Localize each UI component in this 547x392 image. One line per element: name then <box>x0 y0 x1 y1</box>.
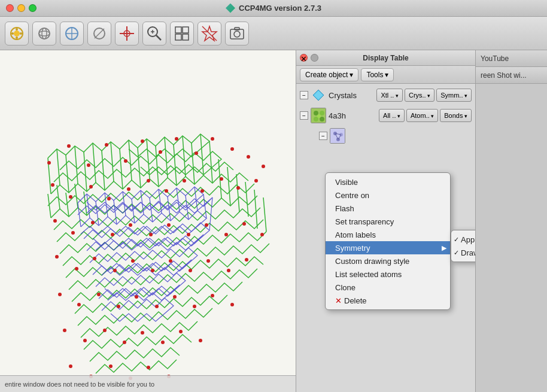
extra-tool[interactable] <box>197 22 221 45</box>
delete-icon: ✕ <box>335 296 342 305</box>
menu-item-centre-on[interactable]: Centre on <box>326 189 450 202</box>
maximize-button[interactable] <box>29 4 37 12</box>
menu-item-symmetry[interactable]: Symmetry ▶ <box>326 241 450 254</box>
svg-point-89 <box>262 165 265 168</box>
svg-point-4 <box>11 32 14 35</box>
tools-button[interactable]: Tools ▾ <box>361 68 394 81</box>
custom-drawing-label: Custom drawing style <box>335 257 409 266</box>
svg-point-3 <box>16 37 18 39</box>
molecule-canvas <box>0 50 296 392</box>
all-button[interactable]: All .. <box>379 109 405 122</box>
svg-point-98 <box>200 189 204 193</box>
svg-point-81 <box>124 159 127 163</box>
minimize-button[interactable] <box>17 4 25 12</box>
expand-4a3h[interactable]: − <box>300 111 308 120</box>
svg-rect-30 <box>0 50 296 392</box>
svg-point-139 <box>141 331 144 335</box>
svg-point-154 <box>314 117 318 121</box>
menu-item-flash[interactable]: Flash <box>326 202 450 215</box>
camera-tool[interactable] <box>225 22 249 45</box>
svg-point-106 <box>129 223 132 227</box>
svg-point-125 <box>58 293 62 296</box>
menu-item-custom-drawing[interactable]: Custom drawing style <box>326 254 450 268</box>
navigate-tool[interactable] <box>5 22 29 45</box>
apply-symmetry-label: Apply symmetry <box>461 235 475 244</box>
main-toolbar <box>0 17 547 50</box>
svg-point-145 <box>109 364 113 368</box>
panel-window-buttons: ✕ <box>300 54 318 62</box>
svg-point-101 <box>254 179 258 183</box>
svg-point-77 <box>47 161 51 165</box>
symm-button[interactable]: Symm.. <box>436 89 472 102</box>
menu-item-set-transparency[interactable]: Set transparency <box>326 215 450 228</box>
svg-point-123 <box>227 269 230 272</box>
svg-point-88 <box>247 155 250 159</box>
select-tool[interactable] <box>60 22 84 45</box>
menu-item-visible[interactable]: Visible <box>326 175 450 189</box>
svg-point-79 <box>87 163 90 167</box>
4a3h-label: 4a3h <box>329 111 376 120</box>
create-object-button[interactable]: Create object ▾ <box>300 68 358 81</box>
svg-point-128 <box>117 305 120 308</box>
crys-button[interactable]: Crys.. <box>405 89 434 102</box>
svg-point-114 <box>55 255 59 259</box>
rotate-tool[interactable] <box>32 22 56 45</box>
svg-point-102 <box>53 219 57 223</box>
svg-point-104 <box>91 221 95 224</box>
expand-sub[interactable]: − <box>319 132 327 140</box>
svg-point-7 <box>42 28 47 39</box>
close-button[interactable] <box>6 4 14 12</box>
molecule-icon <box>311 108 326 123</box>
menu-item-delete[interactable]: ✕ Delete <box>326 294 450 307</box>
xtl-button[interactable]: Xtl .. <box>376 89 403 102</box>
title-bar: CCP4MG version 2.7.3 <box>0 0 547 17</box>
panel-collapse-button[interactable] <box>311 54 318 62</box>
svg-point-155 <box>320 117 324 121</box>
svg-point-28 <box>234 31 240 37</box>
svg-point-110 <box>205 223 208 227</box>
clone-label: Clone <box>335 283 355 292</box>
svg-rect-22 <box>183 27 189 33</box>
crystals-buttons: Xtl .. Crys.. Symm.. <box>376 89 472 102</box>
visible-label: Visible <box>335 178 358 187</box>
svg-line-18 <box>156 35 161 40</box>
svg-point-6 <box>39 28 50 39</box>
svg-point-5 <box>20 32 22 35</box>
svg-point-132 <box>193 305 196 308</box>
svg-rect-23 <box>175 34 181 40</box>
panel-title: Display Table <box>363 54 408 62</box>
youtube-tab[interactable]: YouTube <box>476 50 547 67</box>
app-icon <box>226 4 235 13</box>
menu-item-atom-labels[interactable]: Atom labels <box>326 228 450 241</box>
svg-point-78 <box>67 144 71 148</box>
svg-point-1 <box>14 31 20 37</box>
menu-item-clone[interactable]: Clone <box>326 281 450 294</box>
svg-point-118 <box>131 259 135 263</box>
measure-tool[interactable] <box>87 22 111 45</box>
context-menu: Visible Centre on Flash Set transparency… <box>325 172 451 310</box>
screenshot-tab[interactable]: reen Shot wi... <box>476 67 547 84</box>
svg-point-116 <box>93 257 96 260</box>
svg-point-90 <box>51 183 54 187</box>
viewport[interactable]: entire window does not need to be visibl… <box>0 50 296 392</box>
transform-tool[interactable] <box>170 22 194 45</box>
svg-rect-29 <box>235 28 239 30</box>
svg-point-131 <box>173 295 177 299</box>
submenu-draw-central[interactable]: ✓ Draw central copy <box>451 246 475 259</box>
submenu-apply-symmetry[interactable]: ✓ Apply symmetry <box>451 233 475 246</box>
atom-button[interactable]: Atom.. <box>406 109 438 122</box>
svg-point-84 <box>175 137 178 141</box>
bonds-button[interactable]: Bonds <box>440 109 472 122</box>
panel-close-button[interactable]: ✕ <box>300 54 308 62</box>
expand-crystals[interactable]: − <box>300 91 308 99</box>
4a3h-buttons: All .. Atom.. Bonds <box>379 109 472 122</box>
window-buttons <box>6 4 37 12</box>
zoom-tool[interactable] <box>142 22 166 45</box>
svg-point-91 <box>69 195 72 199</box>
target-tool[interactable] <box>115 22 139 45</box>
menu-item-list-selected[interactable]: List selected atoms <box>326 268 450 281</box>
svg-point-105 <box>111 233 114 236</box>
svg-point-82 <box>141 139 144 143</box>
svg-point-2 <box>16 28 18 31</box>
draw-central-label: Draw central copy <box>461 248 475 257</box>
